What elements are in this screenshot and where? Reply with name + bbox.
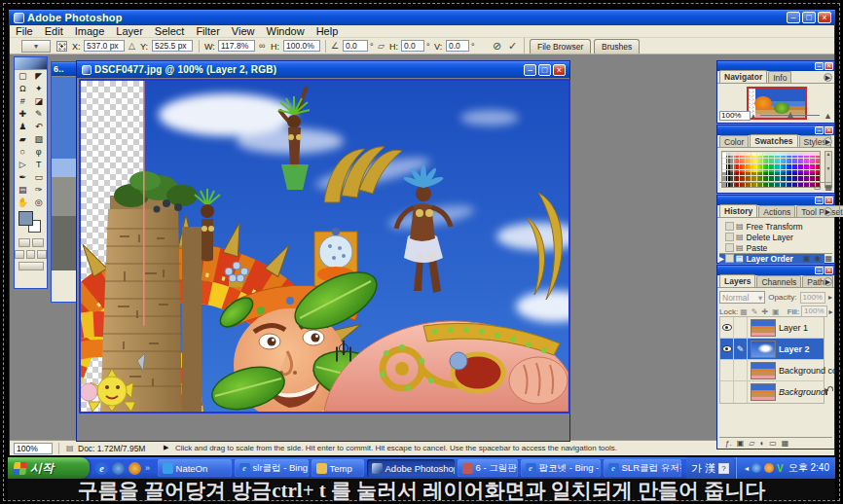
panel-menu-icon[interactable]: ▶ [824,207,832,216]
layer-thumbnail[interactable] [751,319,776,337]
blend-mode-select[interactable]: Normal ▾ [719,291,765,304]
clone-stamp-tool-icon[interactable]: ♟ [15,121,31,133]
opacity-value[interactable]: 100% [800,292,825,304]
tab-channels[interactable]: Channels [756,275,801,287]
commit-transform-icon[interactable]: ✓ [508,40,517,53]
tab-color[interactable]: Color [719,135,749,147]
layer-row-background[interactable]: Background [720,381,824,403]
layer-thumbnail[interactable] [751,362,776,379]
notes-tool-icon[interactable]: ▤ [15,184,31,197]
background-document-titlebar[interactable]: 6.. [52,62,79,76]
new-swatch-icon[interactable]: ▭ [814,183,822,192]
close-icon[interactable]: × [818,12,831,23]
path-selection-tool-icon[interactable]: ▷ [15,159,31,171]
zoom-slider-thumb[interactable] [788,112,793,118]
gradient-tool-icon[interactable]: ▧ [31,133,48,146]
minimize-icon[interactable]: – [787,12,800,23]
layer-row-background-copy[interactable]: Background copy [720,360,824,381]
zoom-tool-icon[interactable]: ◎ [31,197,48,209]
fullscreen-button[interactable] [37,250,47,259]
adjustment-layer-icon[interactable]: ◐ [759,439,764,448]
taskbar-button-popconet-bing[interactable]: e 팝코넷 - Bing - ... [521,459,601,477]
doc-restore-icon[interactable]: □ [538,64,551,76]
msn-icon[interactable] [112,462,125,475]
tray-chevron-icon[interactable]: ◂ [745,464,749,473]
relative-position-icon[interactable]: △ [128,41,135,51]
navigator-zoom-slider[interactable] [760,115,820,116]
eye-icon[interactable] [722,324,732,331]
link-dimensions-icon[interactable]: ∞ [259,41,265,51]
menu-help[interactable]: Help [311,25,345,38]
healing-brush-tool-icon[interactable]: ✚ [15,108,31,121]
hand-tool-icon[interactable]: ✋ [15,197,31,209]
y-input[interactable] [152,40,193,52]
lasso-tool-icon[interactable]: Ω [15,83,31,95]
history-item-free-transform[interactable]: ▤ Free Transform [719,221,825,232]
taskbar-button-slrclub-lecture[interactable]: e SLR클럽 유저강... [604,459,681,477]
standard-mode-button[interactable] [18,238,30,247]
tab-history[interactable]: History [719,204,757,217]
visibility-cell[interactable] [720,381,734,403]
status-zoom-input[interactable] [14,443,53,454]
move-tool-icon[interactable]: ◤ [31,70,48,83]
document-titlebar[interactable]: DSCF0477.jpg @ 100% (Layer 2, RGB) – □ × [77,61,569,78]
taskbar-button-photoshop[interactable]: Adobe Photoshop [367,459,455,477]
magic-wand-tool-icon[interactable]: ✦ [31,83,48,95]
pen-tool-icon[interactable]: ✒ [15,171,31,184]
lock-transparency-icon[interactable]: ▦ [740,307,748,316]
panel-close-icon[interactable]: × [825,126,833,134]
skew-h-input[interactable] [401,40,424,52]
layer-set-icon[interactable]: ▱ [749,439,754,448]
taskbar-button-paint[interactable]: 6 - 그림판 [458,459,518,477]
fill-arrow-icon[interactable]: ▸ [829,307,833,316]
quick-launch-more-icon[interactable]: » [145,463,150,473]
layer-name[interactable]: Layer 2 [779,344,810,354]
history-item-delete-layer[interactable]: ▤ Delete Layer [719,232,825,242]
panel-menu-icon[interactable]: ▶ [824,73,832,82]
layer-thumbnail[interactable] [751,341,776,358]
height-input[interactable] [283,40,320,52]
new-document-from-state-icon[interactable]: ▣ [803,254,811,263]
reference-point-locator-icon[interactable] [56,41,67,52]
canvas-image[interactable] [79,79,570,414]
layer-row-layer1[interactable]: Layer 1 [720,317,824,339]
crop-tool-icon[interactable]: # [15,95,31,108]
tab-info[interactable]: Info [768,71,791,83]
zoom-out-icon[interactable]: ▲ [751,113,756,119]
dodge-tool-icon[interactable]: φ [31,146,48,159]
link-cell[interactable] [734,317,748,339]
panel-close-icon[interactable]: × [825,62,833,70]
delete-state-icon[interactable]: ▦ [825,254,832,263]
menu-window[interactable]: Window [261,25,311,38]
eyedropper-tool-icon[interactable]: ✑ [31,184,48,197]
tab-swatches[interactable]: Swatches [750,134,797,147]
tray-messenger-icon[interactable] [751,463,761,473]
x-input[interactable] [84,40,125,52]
language-bar[interactable]: 가 漢 ? [686,457,734,479]
layer-style-icon[interactable]: ƒ. [725,439,732,448]
eye-icon[interactable] [722,345,732,352]
new-layer-icon[interactable]: ▭ [769,439,777,448]
menu-select[interactable]: Select [149,25,191,38]
layer-mask-icon[interactable]: ▣ [737,439,745,448]
lock-image-icon[interactable]: ✎ [751,307,758,316]
tab-file-browser[interactable]: File Browser [530,39,591,54]
standard-screen-button[interactable] [15,250,24,259]
blur-tool-icon[interactable]: ○ [15,146,31,159]
tray-antivirus-icon[interactable]: V [777,463,784,474]
app-titlebar[interactable]: Adobe Photoshop – □ × [9,10,835,25]
panel-minimize-icon[interactable]: – [815,197,824,204]
restore-icon[interactable]: □ [802,12,816,23]
ime-help-icon[interactable]: ? [718,463,729,474]
width-input[interactable] [218,40,255,52]
taskbar-button-temp[interactable]: Temp [312,459,364,477]
zoom-in-icon[interactable]: ▲ [824,111,832,121]
angle-input[interactable] [343,40,368,52]
menu-filter[interactable]: Filter [190,25,225,38]
layer-name[interactable]: Background copy [779,366,843,376]
menu-view[interactable]: View [226,25,261,38]
panel-menu-icon[interactable]: ▶ [824,277,832,286]
lock-all-icon[interactable]: ▣ [772,307,780,316]
menu-file[interactable]: File [10,25,39,38]
rectangular-marquee-tool-icon[interactable]: ▢ [15,70,31,83]
